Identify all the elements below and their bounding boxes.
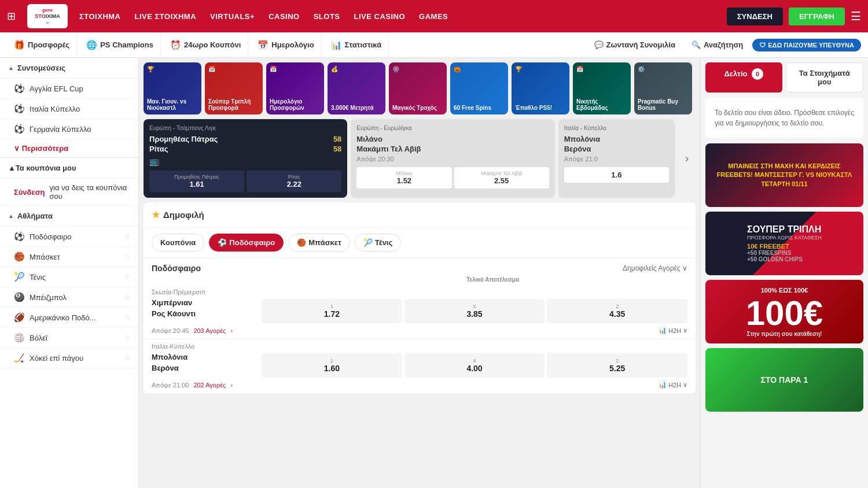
right-banner-ps[interactable]: ΜΠΑΙΝΕΙΣ ΣΤΗ ΜΑΧΗ ΚΑΙ ΚΕΡΔΙΖΕΙΣ FREEBETS… bbox=[705, 143, 863, 207]
shortcuts-header[interactable]: ▲ Συντομεύσεις bbox=[0, 58, 138, 79]
promo-card-week-winner[interactable]: 📅 Νικητής Εβδομάδας bbox=[573, 62, 631, 114]
promo-card-free-spins[interactable]: 🎃 60 Free Spins bbox=[450, 62, 508, 114]
tab-football[interactable]: ⚽ Ποδόσφαιρο bbox=[209, 234, 284, 252]
logo-area[interactable]: game STOIXIMA .gr bbox=[27, 4, 68, 28]
sidebar-item-tennis[interactable]: 🎾 Τένις ☆ bbox=[0, 267, 138, 287]
right-banner-100[interactable]: 100% ΕΩΣ 100€ 100€ Στην πρώτη σου κατάθε… bbox=[705, 280, 863, 343]
matches-next-arrow[interactable]: › bbox=[678, 119, 696, 198]
gift-icon: 🎁 bbox=[14, 40, 25, 50]
right-banner-para1[interactable]: ΣΤΟ ΠΑΡΑ 1 bbox=[705, 348, 863, 412]
odd-cell-2-1[interactable]: 2 5.25 bbox=[547, 353, 687, 378]
popular-section: ★ Δημοφιλή Κουπόνια ⚽ Ποδόσφαιρο 🏀 Μπάσκ… bbox=[144, 202, 696, 394]
favorite-icon: ☆ bbox=[124, 354, 130, 362]
odd-cell-2-0[interactable]: 2 4.35 bbox=[547, 299, 687, 323]
popular-header: ★ Δημοφιλή bbox=[144, 202, 696, 228]
promo-card-cash[interactable]: 💰 3.000€ Μετρητά bbox=[328, 62, 385, 114]
login-prompt[interactable]: Σύνδεση για να δεις τα κουπόνια σου bbox=[0, 179, 138, 206]
sidebar-item-volleyball[interactable]: 🏐 Βόλεϊ ☆ bbox=[0, 328, 138, 348]
tab-basketball[interactable]: 🏀 Μπάσκετ bbox=[288, 234, 350, 252]
search-item[interactable]: 🔍 Αναζήτηση bbox=[685, 40, 750, 49]
promo-card-ps-champions[interactable]: 🏆 Μαν. Γιουν. vs Νιούκαστλ bbox=[144, 62, 201, 114]
promo-icon-6: 🏆 bbox=[515, 66, 522, 72]
right-banner-triple[interactable]: ΣΟΥΠΕΡ ΤΡΙΠΛΗ ΠΡΟΣΦΟΡΑ ΧΩΡΙΣ ΚΑΤΑΘΕΣΗ 10… bbox=[705, 212, 863, 275]
odd-button-1[interactable]: Ρίτας 2.22 bbox=[247, 171, 341, 192]
team-row-1: Μιλάνο bbox=[356, 135, 549, 143]
promo-card-super-triple[interactable]: 📅 Σούπερ Τριπλή Προσφορά bbox=[205, 62, 263, 114]
markets-count-1[interactable]: 202 Αγορές bbox=[193, 382, 226, 389]
sidebar-item-hockey[interactable]: 🏒 Χόκεϊ επί πάγου ☆ bbox=[0, 348, 138, 368]
odd-button-0[interactable]: 1.6 bbox=[564, 167, 669, 183]
column-headers: Τελικό Αποτέλεσμα bbox=[144, 276, 696, 285]
popular-markets-label[interactable]: Δημοφιλείς Αγορές ∨ bbox=[623, 264, 687, 272]
soccer-icon: ⚽ bbox=[14, 124, 25, 134]
more-button[interactable]: ∨ Περισσότερα bbox=[0, 139, 138, 157]
odd-button-0[interactable]: Μιλάνο 1.52 bbox=[356, 167, 451, 188]
promo-card-ps5[interactable]: 🏆 Έπαθλο PS5! bbox=[512, 62, 569, 114]
odd-cell-1-1[interactable]: 1 1.60 bbox=[262, 353, 402, 378]
calendar-nav-item[interactable]: 📅 Ημερολόγιο bbox=[251, 32, 321, 57]
soccer-icon: ⚽ bbox=[14, 231, 25, 242]
h2h-button-1[interactable]: 📊 H2H ∨ bbox=[659, 381, 687, 389]
nav-live-casino[interactable]: LIVE CASINO bbox=[354, 12, 406, 21]
section-title-row: Ποδόσφαιρο Δημοφιλείς Αγορές ∨ bbox=[144, 258, 696, 276]
nav-games[interactable]: GAMES bbox=[419, 12, 448, 21]
basketball-icon: 🏀 bbox=[14, 252, 25, 262]
odd-cell-x-1[interactable]: Χ 4.00 bbox=[404, 353, 545, 378]
toggle-icon: ▲ bbox=[8, 213, 14, 219]
league-label: Ιταλία - Κύπελλο bbox=[564, 125, 669, 131]
score-1: 58 bbox=[333, 135, 341, 143]
tab-tennis[interactable]: 🎾 Τένις bbox=[355, 234, 401, 252]
promo-card-magic-wheel[interactable]: 🎡 Μαγικός Τροχός bbox=[389, 62, 447, 114]
login-button[interactable]: ΣΥΝΔΕΣΗ bbox=[727, 8, 783, 25]
odd-button-0[interactable]: Προμηθέας Πάτρας 1.61 bbox=[149, 171, 244, 192]
popular-tabs: Κουπόνια ⚽ Ποδόσφαιρο 🏀 Μπάσκετ 🎾 Τένις bbox=[144, 228, 696, 258]
coupon-24h-nav-item[interactable]: ⏰ 24ωρο Κουπόνι bbox=[163, 32, 248, 57]
odd-button-1[interactable]: Μακάμπι Τελ Αβίβ 2.55 bbox=[454, 167, 549, 188]
sidebar-item-england-efl[interactable]: ⚽ Αγγλία EFL Cup bbox=[0, 79, 138, 99]
promo-card-pragmatic[interactable]: ⚙️ Pragmatic Buy Bonus bbox=[634, 62, 692, 114]
odd-cell-1-0[interactable]: 1 1.72 bbox=[262, 299, 402, 323]
sidebar-item-baseball[interactable]: 🎱 Μπέιζμπολ ☆ bbox=[0, 287, 138, 308]
favorite-icon: ☆ bbox=[124, 293, 130, 301]
grid-icon[interactable]: ⊞ bbox=[7, 10, 16, 23]
stats-nav-item[interactable]: 📊 Στατιστικά bbox=[324, 32, 389, 57]
nav-slots[interactable]: SLOTS bbox=[314, 12, 340, 21]
responsible-gambling-button[interactable]: 🛡 ΕΔΩ ΠΑΙΖΟΥΜΕ ΥΠΕΥΘΥΝΑ bbox=[752, 39, 861, 51]
promo-icon-5: 🎃 bbox=[454, 66, 461, 72]
sidebar-item-basketball[interactable]: 🏀 Μπάσκετ ☆ bbox=[0, 247, 138, 267]
globe-icon: 🌐 bbox=[86, 40, 97, 50]
markets-count-0[interactable]: 203 Αγορές bbox=[193, 327, 226, 334]
markets-arrow-0[interactable]: › bbox=[230, 327, 233, 334]
promo-icon-8: ⚙️ bbox=[638, 66, 645, 72]
sidebar-item-italy-cup[interactable]: ⚽ Ιταλία Κύπελλο bbox=[0, 99, 138, 119]
promo-icon-3: 💰 bbox=[331, 66, 338, 72]
promo-next-arrow[interactable]: › bbox=[696, 62, 700, 114]
sidebar-item-american-football[interactable]: 🏈 Αμερικάνικο Ποδό... ☆ bbox=[0, 308, 138, 328]
match-time: Απόψε 20:30 bbox=[356, 156, 549, 162]
live-chat-item[interactable]: 💬 Ζωντανή Συνομιλία bbox=[587, 40, 682, 49]
nav-stoixima[interactable]: ΣΤΟΙΧΗΜΑ bbox=[79, 12, 121, 21]
h2h-button-0[interactable]: 📊 H2H ∨ bbox=[659, 327, 687, 334]
promo-card-calendar[interactable]: 📅 Ημερολόγιο Προσφορών bbox=[266, 62, 324, 114]
nav-casino[interactable]: CASINO bbox=[269, 12, 300, 21]
toggle-icon: ▲ bbox=[8, 164, 16, 172]
secondary-navigation: 🎁 Προσφορές 🌐 PS Champions ⏰ 24ωρο Κουπό… bbox=[0, 32, 868, 58]
betslip-tab-my-bets[interactable]: Τα Στοιχήματά μου bbox=[786, 62, 864, 93]
betslip-tab-deltio[interactable]: Δελτίο 0 bbox=[705, 62, 782, 93]
markets-arrow-1[interactable]: › bbox=[230, 382, 233, 389]
sports-header[interactable]: ▲ Αθλήματα bbox=[0, 206, 138, 227]
ps-champions-nav-item[interactable]: 🌐 PS Champions bbox=[79, 32, 161, 57]
league-label: Ευρώπη - Ευρωλίγκα bbox=[356, 125, 549, 131]
league-label: Ευρώπη - Τσάμπιονς Λιγκ bbox=[149, 125, 341, 131]
odd-cell-x-0[interactable]: Χ 3.85 bbox=[404, 299, 545, 323]
sidebar-item-football[interactable]: ⚽ Ποδόσφαιρο ☆ bbox=[0, 227, 138, 247]
hamburger-icon[interactable]: ☰ bbox=[851, 9, 861, 23]
sidebar-item-germany-cup[interactable]: ⚽ Γερμανία Κύπελλο bbox=[0, 119, 138, 139]
nav-live-stoixima[interactable]: LIVE ΣΤΟΙΧΗΜΑ bbox=[135, 12, 197, 21]
offers-nav-item[interactable]: 🎁 Προσφορές bbox=[7, 32, 77, 57]
tab-coupons[interactable]: Κουπόνια bbox=[152, 234, 204, 252]
promo-icon-7: 📅 bbox=[576, 66, 583, 72]
my-coupons-header[interactable]: ▲ Τα κουπόνια μου bbox=[0, 157, 138, 179]
nav-virtuals[interactable]: VIRTUALS+ bbox=[210, 12, 255, 21]
register-button[interactable]: ΕΓΓΡΑΦΗ bbox=[789, 8, 845, 25]
